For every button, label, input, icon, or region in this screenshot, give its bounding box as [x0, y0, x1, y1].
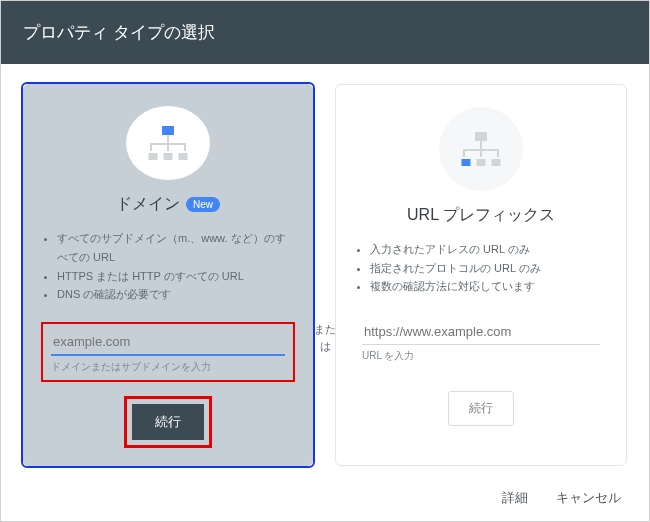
- dialog-footer: 詳細 キャンセル: [1, 475, 649, 521]
- dialog-content: ドメイン New すべてのサブドメイン（m.、www. など）のすべての URL…: [1, 64, 649, 475]
- list-item: DNS の確認が必要です: [57, 285, 295, 304]
- domain-icon-circle: [126, 106, 210, 180]
- domain-button-area: 続行: [41, 396, 295, 448]
- cancel-link[interactable]: キャンセル: [556, 489, 621, 507]
- url-card-title-row: URL プレフィックス: [407, 205, 555, 226]
- list-item: 入力されたアドレスの URL のみ: [370, 240, 608, 259]
- url-input-area: URL を入力: [354, 314, 608, 369]
- details-link[interactable]: 詳細: [502, 489, 528, 507]
- domain-continue-button[interactable]: 続行: [132, 404, 204, 440]
- list-item: HTTPS または HTTP のすべての URL: [57, 267, 295, 286]
- new-badge: New: [186, 197, 220, 212]
- domain-card-title: ドメイン: [116, 194, 180, 215]
- domain-input-label: ドメインまたはサブドメインを入力: [51, 360, 285, 374]
- url-button-area: 続行: [354, 391, 608, 426]
- domain-input-area: ドメインまたはサブドメインを入力: [41, 322, 295, 382]
- sitemap-icon: [146, 126, 190, 160]
- url-card-title: URL プレフィックス: [407, 205, 555, 226]
- dialog-header: プロパティ タイプの選択: [1, 1, 649, 64]
- url-bullets: 入力されたアドレスの URL のみ 指定されたプロトコルの URL のみ 複数の…: [354, 240, 608, 296]
- property-type-dialog: プロパティ タイプの選択 ドメイン New すべてのサブ: [0, 0, 650, 522]
- domain-card[interactable]: ドメイン New すべてのサブドメイン（m.、www. など）のすべての URL…: [23, 84, 313, 466]
- button-highlight: 続行: [124, 396, 212, 448]
- list-item: すべてのサブドメイン（m.、www. など）のすべての URL: [57, 229, 295, 266]
- domain-card-title-row: ドメイン New: [116, 194, 220, 215]
- url-prefix-card[interactable]: URL プレフィックス 入力されたアドレスの URL のみ 指定されたプロトコル…: [335, 84, 627, 466]
- url-input-label: URL を入力: [362, 349, 600, 363]
- url-icon-circle: [439, 107, 523, 191]
- url-input[interactable]: [362, 320, 600, 345]
- dialog-title: プロパティ タイプの選択: [23, 23, 215, 42]
- list-item: 指定されたプロトコルの URL のみ: [370, 259, 608, 278]
- domain-input[interactable]: [51, 330, 285, 356]
- sitemap-icon: [459, 132, 503, 166]
- domain-bullets: すべてのサブドメイン（m.、www. など）のすべての URL HTTPS また…: [41, 229, 295, 304]
- cards-row: ドメイン New すべてのサブドメイン（m.、www. など）のすべての URL…: [23, 84, 627, 466]
- list-item: 複数の確認方法に対応しています: [370, 277, 608, 296]
- url-continue-button[interactable]: 続行: [448, 391, 514, 426]
